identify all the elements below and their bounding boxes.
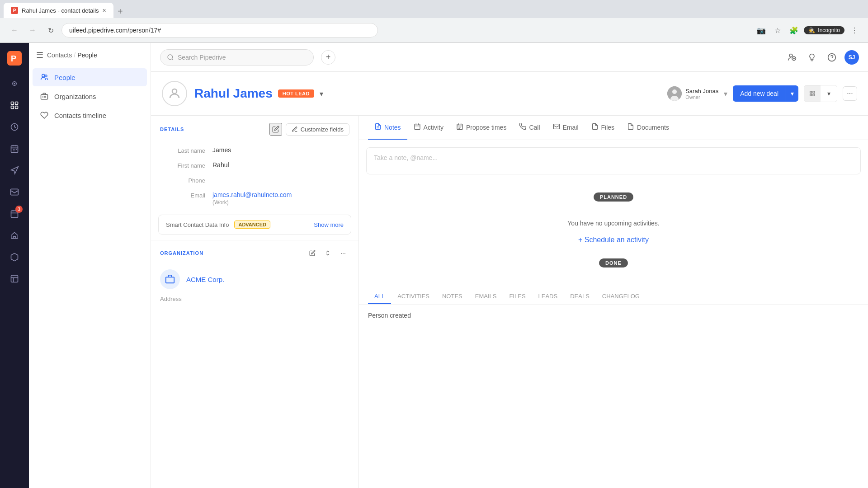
people-icon [40,73,49,82]
org-more-button[interactable]: ··· [337,247,349,259]
filter-tab-notes[interactable]: NOTES [436,289,469,304]
browser-tab-bar: P Rahul James - contact details × + [0,0,868,18]
phone-label: Phone [160,176,205,184]
svg-rect-27 [813,94,815,96]
url-bar[interactable]: uifeed.pipedrive.com/person/17# [61,23,378,38]
tab-email[interactable]: Email [547,116,585,140]
forward-button[interactable]: → [25,23,40,38]
sidebar-icon-calendar[interactable]: 3 [5,204,24,224]
nav-item-organizations[interactable]: Organizations [33,87,147,105]
smart-contact-bar: Smart Contact Data Info ADVANCED Show mo… [158,215,351,235]
filter-tab-emails[interactable]: EMAILS [469,289,503,304]
filter-tab-deals[interactable]: DEALS [564,289,596,304]
star-icon[interactable]: ☆ [771,24,784,37]
topbar-actions: SJ [785,50,859,65]
filter-tab-changelog[interactable]: CHANGELOG [596,289,646,304]
phone-row: Phone [151,173,359,188]
nav-organizations-label: Organizations [54,93,96,100]
details-section-header: DETAILS Customize fields [151,116,359,143]
nav-item-contacts-timeline[interactable]: Contacts timeline [33,106,147,124]
add-deal-arrow-icon[interactable]: ▾ [786,85,798,102]
customize-fields-button[interactable]: Customize fields [286,123,349,136]
org-edit-button[interactable] [306,247,319,259]
sidebar-icon-deals[interactable] [5,117,24,137]
edit-fields-button[interactable] [269,123,282,136]
dropdown-view-button[interactable]: ▾ [821,85,837,102]
last-name-value: James [212,146,231,154]
call-tab-icon [519,123,526,131]
sidebar-icon-insights[interactable] [5,225,24,245]
sidebar-icon-home[interactable] [5,74,24,94]
sidebar-icon-mail[interactable] [5,182,24,202]
sidebar-icon-projects[interactable] [5,269,24,289]
activity-filter-tabs: ALL ACTIVITIES NOTES EMAILS FILES LEADS … [359,282,868,304]
files-tab-label: Files [601,124,615,131]
schedule-activity-link[interactable]: + Schedule an activity [578,236,649,244]
notes-tab-label: Notes [384,124,401,131]
refresh-button[interactable]: ↻ [43,23,58,38]
first-name-label: First name [160,161,205,169]
back-button[interactable]: ← [7,23,22,38]
propose-times-tab-label: Propose times [466,124,506,131]
svg-rect-5 [15,102,18,105]
more-options-button[interactable]: ··· [843,86,857,101]
nav-contacts-timeline-label: Contacts timeline [54,112,106,119]
org-name[interactable]: ACME Corp. [186,276,224,283]
sidebar-icon-products[interactable] [5,247,24,267]
notes-tab-icon [374,123,382,131]
browser-tab[interactable]: P Rahul James - contact details × [4,3,113,18]
contact-dropdown-button[interactable]: ▾ [320,89,323,98]
topbar: Search Pipedrive + SJ [151,43,868,72]
tab-close-button[interactable]: × [103,7,106,14]
lightbulb-icon[interactable] [805,50,819,65]
people-search-icon[interactable] [785,50,799,65]
tab-files[interactable]: Files [585,116,621,140]
filter-tab-all[interactable]: ALL [368,289,391,304]
help-icon[interactable] [825,50,839,65]
nav-item-people[interactable]: People [33,68,147,86]
sidebar-icon-campaigns[interactable] [5,160,24,180]
filter-tab-activities[interactable]: ACTIVITIES [391,289,436,304]
advanced-badge: ADVANCED [234,221,270,229]
menu-button[interactable]: ⋮ [848,24,861,37]
nav-sidebar-header: ☰ Contacts / People [29,50,151,67]
org-section-header: ORGANIZATION ··· [151,240,359,266]
sidebar-icon-contacts[interactable] [5,95,24,115]
add-deal-button[interactable]: Add new deal ▾ [733,85,798,102]
search-bar[interactable]: Search Pipedrive [160,49,314,66]
tab-activity[interactable]: Activity [407,116,450,140]
app-logo[interactable]: P [5,48,24,68]
show-more-button[interactable]: Show more [314,221,344,228]
user-avatar[interactable]: SJ [844,50,859,65]
extension-icon[interactable]: 🧩 [788,24,800,37]
contact-header-actions: Sarah Jonas Owner ▾ Add new deal ▾ [667,85,857,102]
customize-icon [292,126,298,132]
sidebar-icons: P 3 [0,43,29,488]
add-button[interactable]: + [321,50,335,65]
add-deal-label: Add new deal [733,85,786,102]
first-name-value: Rahul [212,161,229,169]
tab-propose-times[interactable]: Propose times [450,116,513,140]
tab-call[interactable]: Call [513,116,546,140]
new-tab-button[interactable]: + [113,5,127,18]
owner-name: Sarah Jonas [685,88,718,94]
note-input[interactable]: Take a note, @name... [366,147,861,174]
browser-actions: 📷 ☆ 🧩 🕵 Incognito ⋮ [755,24,861,37]
filter-tab-leads[interactable]: LEADS [532,289,564,304]
hamburger-button[interactable]: ☰ [36,50,43,60]
owner-dropdown-button[interactable]: ▾ [724,89,727,98]
first-name-row: First name Rahul [151,158,359,173]
grid-view-button[interactable] [804,85,821,102]
breadcrumb-current: People [77,52,97,59]
tab-notes[interactable]: Notes [368,116,407,140]
smart-contact-label: Smart Contact Data Info [166,221,229,228]
tab-documents[interactable]: Documents [621,116,675,140]
breadcrumb-contacts[interactable]: Contacts [47,52,72,59]
org-expand-button[interactable] [321,247,334,259]
sidebar-icon-activities[interactable] [5,139,24,159]
email-link[interactable]: james.rahul@rahulneto.com [212,191,292,198]
org-section-title: ORGANIZATION [160,250,203,256]
filter-tab-files[interactable]: FILES [503,289,532,304]
camera-icon[interactable]: 📷 [755,24,768,37]
email-value: james.rahul@rahulneto.com (Work) [212,191,292,206]
